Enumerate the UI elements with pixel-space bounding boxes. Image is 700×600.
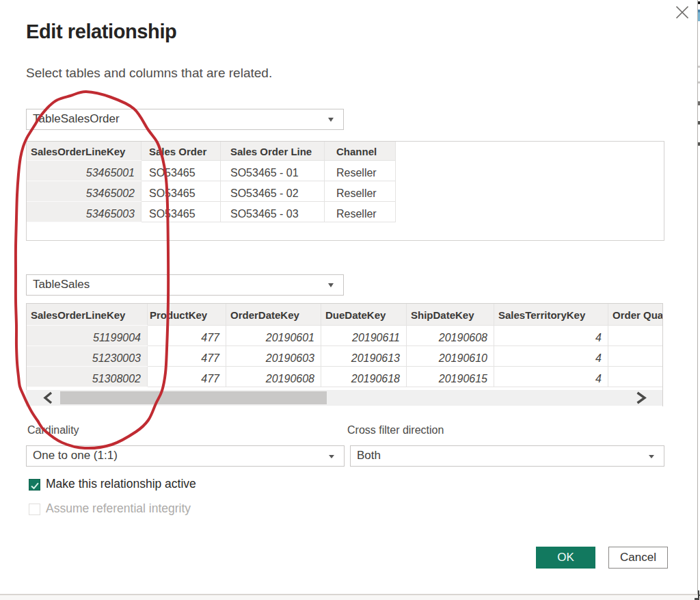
table-cell[interactable]: 53465003 [27,202,142,222]
table2-selector-value: TableSales [33,278,90,291]
dialog-bottom-border [0,594,698,595]
table-cell[interactable]: 20190608 [407,326,494,346]
table-cell[interactable]: 4 [494,346,608,367]
table-cell[interactable]: 4 [494,367,608,387]
table-cell[interactable]: 20190618 [321,367,407,387]
make-relationship-active-checkbox[interactable] [29,479,40,491]
table-cell[interactable]: 20190611 [321,326,407,346]
edit-relationship-dialog: Edit relationship Select tables and colu… [0,0,697,594]
table-cell[interactable] [608,326,664,346]
table-cell[interactable]: SO53465 - 01 [221,161,325,181]
dropdown-caret-icon [649,455,654,458]
dropdown-caret-icon [329,455,334,458]
scrollbar-thumb[interactable] [60,391,327,404]
cross-filter-direction-value: Both [357,449,381,462]
table-cell[interactable]: 51230003 [27,346,148,367]
table2-selector-dropdown[interactable]: TableSales [26,274,344,296]
scrollbar-left-arrow[interactable] [41,390,57,406]
table-cell[interactable]: 477 [148,326,226,346]
column-header[interactable]: ShipDateKey [407,304,494,326]
table-cell[interactable]: 51308002 [27,367,148,387]
cardinality-value: One to one (1:1) [33,449,118,462]
table-cell[interactable]: SO53465 - 02 [221,181,325,202]
table-cell[interactable]: 20190601 [226,326,321,346]
table-row: 53465002SO53465SO53465 - 02Reseller [27,181,396,202]
table-cell[interactable] [608,346,664,367]
scrollbar-right-arrow[interactable] [632,390,648,406]
table-cell[interactable]: 4 [494,326,608,346]
column-header[interactable]: DueDateKey [321,304,407,326]
screenshot-stage: Edit relationship Select tables and colu… [0,0,700,600]
assume-referential-integrity-checkbox [29,504,40,515]
cross-filter-direction-dropdown[interactable]: Both [350,445,664,467]
table-cell[interactable] [608,367,664,387]
table-row: 513080024772019060820190618201906154 [27,367,664,387]
table-cell[interactable]: 53465001 [27,161,142,181]
table-cell[interactable]: SO53465 - 03 [221,202,325,222]
table-cell[interactable]: 20190610 [407,346,494,367]
column-header[interactable]: Sales Order [142,142,221,161]
table-header-row: SalesOrderLineKeyProductKeyOrderDateKeyD… [27,304,664,326]
dropdown-caret-icon [328,283,334,287]
column-header[interactable]: Order Qua [608,304,664,326]
table-cell[interactable]: 20190615 [407,367,494,387]
column-header[interactable]: Sales Order Line [221,142,325,161]
checkmark-icon [29,480,40,490]
column-header[interactable]: SalesOrderLineKey [27,304,148,326]
close-icon [673,3,692,22]
assume-referential-integrity-label: Assume referential integrity [46,501,191,516]
table-row: 53465001SO53465SO53465 - 01Reseller [27,161,396,181]
table1-selector-value: TableSalesOrder [33,112,120,126]
table2-horizontal-scrollbar[interactable] [26,390,662,406]
table-cell[interactable]: 51199004 [27,326,148,346]
column-header[interactable]: SalesOrderLineKey [27,142,142,161]
table-cell[interactable]: Reseller [325,161,396,181]
background-below-dialog [0,595,700,600]
table1-preview: SalesOrderLineKeySales OrderSales Order … [26,141,664,241]
cross-filter-direction-label: Cross filter direction [347,424,444,436]
close-button[interactable] [673,3,692,22]
table-cell[interactable]: 53465002 [27,181,142,202]
table-row: 512300034772019060320190613201906104 [27,346,664,367]
dialog-title: Edit relationship [26,21,176,43]
background-window-edge [697,0,698,596]
chevron-left-icon [41,390,57,406]
ok-button[interactable]: OK [536,547,595,569]
column-header[interactable]: OrderDateKey [226,304,321,326]
table-cell[interactable]: 20190608 [226,367,321,387]
table-cell[interactable]: SO53465 [142,181,221,202]
cancel-button[interactable]: Cancel [608,547,668,569]
dialog-subtitle: Select tables and columns that are relat… [26,66,272,81]
dropdown-caret-icon [328,118,334,122]
cardinality-label: Cardinality [27,424,79,436]
column-header[interactable]: SalesTerritoryKey [494,304,608,326]
table-cell[interactable]: SO53465 [142,202,221,222]
table1-selector-dropdown[interactable]: TableSalesOrder [26,109,344,130]
make-relationship-active-label: Make this relationship active [46,477,196,491]
table-cell[interactable]: 20190603 [226,346,321,367]
cardinality-dropdown[interactable]: One to one (1:1) [26,445,345,467]
table-cell[interactable]: Reseller [325,202,396,222]
chevron-right-icon [632,390,648,406]
table-header-row: SalesOrderLineKeySales OrderSales Order … [27,142,396,161]
table-cell[interactable]: 20190613 [321,346,407,367]
column-header[interactable]: ProductKey [148,304,226,326]
column-header[interactable]: Channel [325,142,396,161]
table-row: 511990044772019060120190611201906084 [27,326,664,346]
table-row: 53465003SO53465SO53465 - 03Reseller [27,202,396,222]
table-cell[interactable]: 477 [148,367,226,387]
table-cell[interactable]: 477 [148,346,226,367]
table-cell[interactable]: Reseller [325,181,396,202]
table-cell[interactable]: SO53465 [142,161,221,181]
